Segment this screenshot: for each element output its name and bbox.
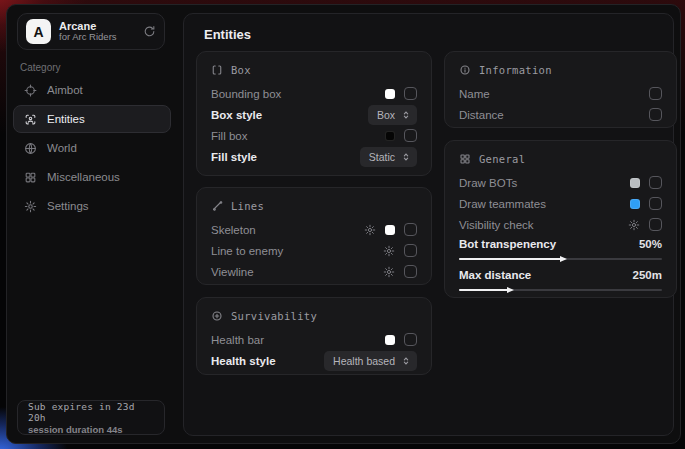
sidebar-item-label: Entities	[47, 113, 85, 125]
setting-row-health-style: Health style Health based	[211, 350, 417, 371]
setting-label: Draw teammates	[459, 198, 630, 210]
setting-row-visibility-check: Visibility check	[459, 214, 662, 235]
pulse-icon	[211, 310, 223, 322]
chevrons-up-down-icon	[401, 356, 411, 366]
color-swatch[interactable]	[385, 89, 395, 99]
setting-row-bot-transparency: Bot transpenency 50%	[459, 235, 662, 260]
setting-label: Name	[459, 88, 649, 100]
color-swatch[interactable]	[630, 178, 640, 188]
section-survivability-header: Survivability	[211, 310, 417, 322]
checkbox[interactable]	[649, 176, 662, 189]
bot-transparency-slider[interactable]	[459, 258, 662, 260]
chevrons-up-down-icon	[401, 152, 411, 162]
settings-gear-icon[interactable]	[383, 266, 395, 278]
page-title: Entities	[204, 27, 251, 42]
section-lines: Lines Skeleton Line to enemy	[196, 187, 432, 285]
app-window: A Arcane for Arc Riders Category Aimbot	[6, 4, 681, 444]
grid-icon	[24, 171, 37, 184]
slider-value: 50%	[639, 238, 662, 250]
fill-style-select[interactable]: Static	[360, 147, 417, 167]
sub-expiry-text: Sub expires in 23d 20h	[28, 401, 154, 423]
select-value: Box	[377, 109, 395, 121]
sidebar-item-aimbot[interactable]: Aimbot	[13, 76, 171, 104]
sidebar-item-label: Settings	[47, 200, 89, 212]
checkbox[interactable]	[404, 244, 417, 257]
select-value: Static	[369, 151, 395, 163]
max-distance-slider[interactable]	[459, 289, 662, 291]
sidebar-item-miscellaneous[interactable]: Miscellaneous	[13, 163, 171, 191]
setting-label: Bounding box	[211, 88, 385, 100]
setting-label: Viewline	[211, 266, 383, 278]
session-duration-text: session duration 44s	[28, 424, 154, 435]
section-lines-header: Lines	[211, 200, 417, 212]
setting-label: Max distance	[459, 269, 633, 281]
setting-row-draw-teammates: Draw teammates	[459, 193, 662, 214]
checkbox[interactable]	[404, 265, 417, 278]
checkbox[interactable]	[649, 197, 662, 210]
slider-thumb[interactable]	[507, 287, 514, 293]
color-swatch[interactable]	[385, 225, 395, 235]
box-style-select[interactable]: Box	[368, 105, 417, 125]
setting-label: Health style	[211, 355, 324, 367]
setting-label: Box style	[211, 109, 368, 121]
main-panel: Entities Box Bounding box Box style Box	[183, 13, 674, 436]
setting-row-max-distance: Max distance 250m	[459, 266, 662, 291]
section-information-header: Information	[459, 64, 662, 76]
gear-icon	[24, 200, 37, 213]
color-swatch[interactable]	[630, 199, 640, 209]
brand-text: Arcane for Arc Riders	[59, 20, 135, 44]
brackets-icon	[211, 64, 223, 76]
sidebar-item-entities[interactable]: Entities	[13, 105, 171, 133]
slider-fill	[459, 289, 508, 291]
checkbox[interactable]	[404, 87, 417, 100]
checkbox[interactable]	[649, 108, 662, 121]
section-title: Lines	[231, 200, 264, 212]
setting-row-skeleton: Skeleton	[211, 219, 417, 240]
slider-thumb[interactable]	[560, 256, 567, 262]
setting-label: Line to enemy	[211, 245, 383, 257]
slider-fill	[459, 258, 561, 260]
sidebar-nav: Aimbot Entities World Miscellaneous	[7, 76, 177, 221]
setting-label: Skeleton	[211, 224, 364, 236]
health-style-select[interactable]: Health based	[324, 351, 417, 371]
setting-row-bounding-box: Bounding box	[211, 83, 417, 104]
setting-row-distance: Distance	[459, 104, 662, 125]
category-label: Category	[20, 62, 61, 73]
color-swatch[interactable]	[385, 335, 395, 345]
setting-row-name: Name	[459, 83, 662, 104]
brand-logo: A	[26, 19, 51, 44]
sync-icon[interactable]	[143, 25, 156, 38]
layout-icon	[459, 153, 471, 165]
section-general-header: General	[459, 153, 662, 165]
setting-label: Fill style	[211, 151, 360, 163]
sidebar-item-world[interactable]: World	[13, 134, 171, 162]
section-survivability: Survivability Health bar Health style He…	[196, 297, 432, 375]
section-title: General	[479, 153, 525, 165]
setting-label: Visibility check	[459, 219, 628, 231]
checkbox[interactable]	[649, 218, 662, 231]
color-swatch[interactable]	[385, 131, 395, 141]
checkbox[interactable]	[404, 333, 417, 346]
sidebar-item-settings[interactable]: Settings	[13, 192, 171, 220]
setting-label: Fill box	[211, 130, 385, 142]
checkbox[interactable]	[404, 129, 417, 142]
subscription-info: Sub expires in 23d 20h session duration …	[17, 400, 165, 435]
setting-row-viewline: Viewline	[211, 261, 417, 282]
setting-row-fill-style: Fill style Static	[211, 146, 417, 167]
sidebar-item-label: Aimbot	[47, 84, 83, 96]
settings-gear-icon[interactable]	[364, 224, 376, 236]
chevrons-up-down-icon	[401, 110, 411, 120]
setting-row-draw-bots: Draw BOTs	[459, 172, 662, 193]
section-general: General Draw BOTs Draw teammates Visibil…	[444, 140, 677, 298]
checkbox[interactable]	[649, 87, 662, 100]
settings-gear-icon[interactable]	[383, 245, 395, 257]
section-box-header: Box	[211, 64, 417, 76]
checkbox[interactable]	[404, 223, 417, 236]
brand-subtitle: for Arc Riders	[59, 32, 135, 43]
section-information: Information Name Distance	[444, 51, 677, 128]
sidebar-item-label: World	[47, 142, 77, 154]
entity-scan-icon	[24, 113, 37, 126]
info-icon	[459, 64, 471, 76]
settings-gear-icon[interactable]	[628, 219, 640, 231]
brand-card: A Arcane for Arc Riders	[17, 13, 165, 50]
